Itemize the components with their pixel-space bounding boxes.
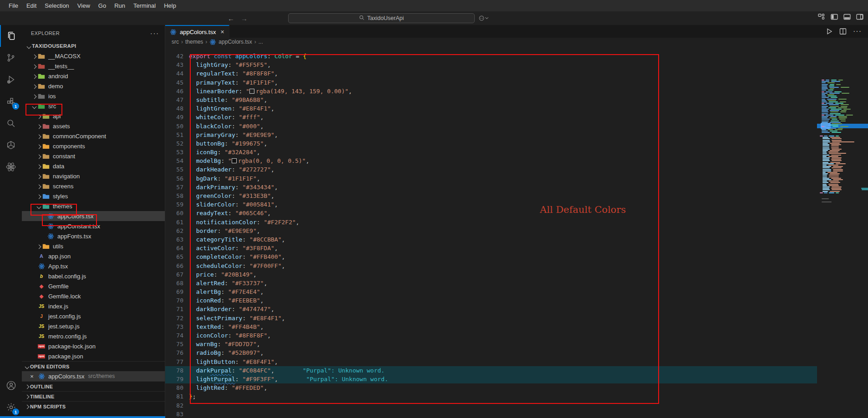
code-line-54[interactable]: 54 modelBg: "rgba(0, 0, 0, 0.5)",: [165, 156, 817, 165]
code-line-65[interactable]: 65 completeColor: "#FFB400",: [165, 252, 817, 261]
tree-item-utils[interactable]: utils: [22, 241, 165, 251]
menu-item-edit[interactable]: Edit: [22, 0, 41, 11]
account-icon[interactable]: [0, 374, 22, 396]
code-line-46[interactable]: 46 linearBorder: "rgba(149, 143, 159, 0.…: [165, 87, 817, 96]
minimap[interactable]: [817, 46, 868, 418]
tree-item-appcolors-tsx[interactable]: appColors.tsx: [22, 211, 165, 221]
code-line-58[interactable]: 58 greenColor: "#313E3B",: [165, 191, 817, 200]
explorer-icon[interactable]: [0, 25, 22, 47]
tree-item-src[interactable]: src: [22, 101, 165, 111]
tree-item-data[interactable]: data: [22, 161, 165, 171]
explorer-more-actions-icon[interactable]: ···: [150, 30, 159, 37]
tree-item-components[interactable]: components: [22, 141, 165, 151]
tree-item-constant[interactable]: constant: [22, 151, 165, 161]
layout-customize-icon[interactable]: [818, 13, 825, 20]
code-line-71[interactable]: 71 darkBorder: "#474747",: [165, 305, 817, 313]
tree-item-screens[interactable]: screens: [22, 181, 165, 191]
code-area[interactable]: 42export const appColors: Color = {43 li…: [165, 46, 868, 418]
code-line-74[interactable]: 74 iconColor: "#8F8F8F",: [165, 331, 817, 340]
code-line-76[interactable]: 76 radioBg: "#52B097",: [165, 348, 817, 357]
code-line-59[interactable]: 59 sliderColor: "#005841",: [165, 200, 817, 209]
tree-item-themes[interactable]: themes: [22, 201, 165, 211]
run-debug-icon[interactable]: [0, 69, 22, 91]
code-line-50[interactable]: 50 blackColor: "#000",: [165, 122, 817, 131]
section-npm-scripts[interactable]: NPM SCRIPTS: [22, 401, 165, 411]
tree-item-navigation[interactable]: navigation: [22, 171, 165, 181]
tree-item--tests-[interactable]: __tests__: [22, 61, 165, 71]
source-control-icon[interactable]: [0, 47, 22, 69]
menu-item-run[interactable]: Run: [110, 0, 129, 11]
settings-gear-icon[interactable]: 1: [0, 396, 22, 418]
tree-item-demo[interactable]: demo: [22, 81, 165, 91]
code-line-69[interactable]: 69 alertBg: "#F7E4E4",: [165, 287, 817, 296]
breadcrumb[interactable]: src›themes›appColors.tsx›...: [165, 38, 868, 46]
tab-close-icon[interactable]: ×: [220, 28, 224, 35]
tree-item-assets[interactable]: assets: [22, 121, 165, 131]
code-line-62[interactable]: 62 border: "#E9E9E9",: [165, 227, 817, 235]
section-open-editors[interactable]: OPEN EDITORS: [22, 361, 165, 371]
code-line-60[interactable]: 60 readyText: "#065C46",: [165, 209, 817, 217]
tree-item-gemfile[interactable]: ◆Gemfile: [22, 281, 165, 291]
code-line-44[interactable]: 44 regularText: "#8F8F8F",: [165, 69, 817, 78]
menu-item-selection[interactable]: Selection: [41, 0, 73, 11]
nav-back-icon[interactable]: ←: [228, 15, 234, 22]
toggle-panel-icon[interactable]: [843, 13, 851, 20]
command-center-search[interactable]: TaxidoUserApi: [288, 13, 475, 23]
tree-item-jest-setup-js[interactable]: JSjest.setup.js: [22, 321, 165, 331]
tree-item-index-js[interactable]: JSindex.js: [22, 301, 165, 311]
code-line-47[interactable]: 47 subtitle: "#9BA6B8",: [165, 96, 817, 104]
code-line-78[interactable]: 78 darkPurpal: "#C084FC","Purpal": Unkno…: [165, 366, 817, 375]
tree-item-android[interactable]: android: [22, 71, 165, 81]
toggle-sidebar-right-icon[interactable]: [856, 13, 863, 20]
nav-forward-icon[interactable]: →: [241, 15, 248, 22]
tree-item-package-json[interactable]: npmpackage.json: [22, 351, 165, 361]
code-line-68[interactable]: 68 alertRed: "#F33737",: [165, 279, 817, 287]
code-line-75[interactable]: 75 warnBg: "#FDD7D7",: [165, 340, 817, 348]
code-line-67[interactable]: 67 price: "#20B149",: [165, 270, 817, 279]
tree-item-commoncomponent[interactable]: commonComponent: [22, 131, 165, 141]
tree-item-app-json[interactable]: Aapp.json: [22, 251, 165, 261]
open-editor-item[interactable]: × appColors.tsx src/themes: [22, 371, 165, 381]
breadcrumb-item[interactable]: themes: [185, 39, 203, 45]
menu-item-go[interactable]: Go: [94, 0, 110, 11]
code-line-73[interactable]: 73 textRed: "#FF4B4B",: [165, 322, 817, 331]
code-line-53[interactable]: 53 iconBg: "#32A284",: [165, 148, 817, 156]
code-line-66[interactable]: 66 scheduleColor: "#7F00FF",: [165, 262, 817, 270]
tree-item-gemfile-lock[interactable]: ◆Gemfile.lock: [22, 291, 165, 301]
code-line-63[interactable]: 63 categoryTitle: "#8CCBBA",: [165, 235, 817, 244]
code-line-64[interactable]: 64 activeColor: "#3F8FDA",: [165, 244, 817, 252]
tree-item-api[interactable]: api: [22, 111, 165, 121]
code-line-81[interactable]: 81};: [165, 392, 817, 401]
tree-item-metro-config-js[interactable]: JSmetro.config.js: [22, 331, 165, 341]
code-line-83[interactable]: 83: [165, 410, 817, 418]
tree-item-app-tsx[interactable]: App.tsx: [22, 261, 165, 271]
close-icon[interactable]: ×: [28, 373, 36, 380]
editor-more-actions-icon[interactable]: ···: [853, 27, 862, 35]
breadcrumb-item[interactable]: appColors.tsx: [218, 39, 252, 45]
code-line-72[interactable]: 72 selectPrimary: "#E8F4F1",: [165, 314, 817, 322]
code-line-51[interactable]: 51 primaryGray: "#E9E9E9",: [165, 131, 817, 139]
code-line-79[interactable]: 79 lightPurpal: "#F9F3FF","Purpal": Unkn…: [165, 375, 817, 383]
code-line-80[interactable]: 80 lightRed: "#FFEDED",: [165, 383, 817, 392]
tree-item--macosx[interactable]: __MACOSX: [22, 51, 165, 61]
tree-item-ios[interactable]: ios: [22, 91, 165, 101]
tree-item-package-lock-json[interactable]: npmpackage-lock.json: [22, 341, 165, 351]
tree-item-jest-config-js[interactable]: Jjest.config.js: [22, 311, 165, 321]
breadcrumb-item[interactable]: src: [172, 39, 179, 45]
tree-root[interactable]: TAXIDOUSERAPI: [22, 41, 165, 51]
code-line-45[interactable]: 45 primaryText: "#1F1F1F",: [165, 78, 817, 87]
toggle-sidebar-left-icon[interactable]: [831, 13, 838, 20]
cube-icon[interactable]: [0, 134, 22, 156]
run-file-icon[interactable]: [826, 28, 833, 35]
section-timeline[interactable]: TIMELINE: [22, 391, 165, 401]
code-line-42[interactable]: 42export const appColors: Color = {: [165, 52, 817, 60]
code-line-56[interactable]: 56 bgDark: "#1F1F1F",: [165, 174, 817, 183]
code-line-57[interactable]: 57 darkPrimary: "#343434",: [165, 183, 817, 191]
extensions-icon[interactable]: 1: [0, 91, 22, 112]
tree-item-styles[interactable]: styles: [22, 191, 165, 201]
tree-item-babel-config-js[interactable]: bbabel.config.js: [22, 271, 165, 281]
menu-item-view[interactable]: View: [73, 0, 94, 11]
menu-item-help[interactable]: Help: [160, 0, 180, 11]
code-line-61[interactable]: 61 notificationColor: "#F2F2F2",: [165, 218, 817, 227]
copilot-menu[interactable]: [478, 15, 488, 21]
